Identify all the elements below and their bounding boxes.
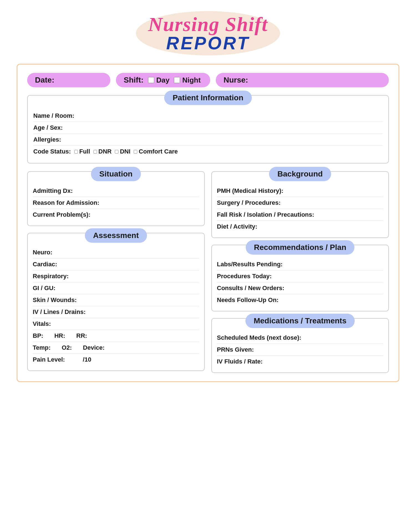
code-status-label: Code Status: (33, 148, 71, 155)
iv-fluids-label: IV Fluids / Rate: (217, 358, 263, 365)
consults-orders-label: Consults / New Orders: (217, 285, 284, 291)
situation-section: Situation Admitting Dx: Reason for Admis… (27, 171, 205, 226)
assessment-section: Assessment Neuro: Cardiac: Respiratory: … (27, 233, 205, 371)
logo-nursing-shift: Nursing Shift (148, 14, 268, 34)
day-label: Day (156, 76, 170, 85)
day-checkbox[interactable] (148, 77, 154, 83)
o2-label: O2: (62, 344, 72, 351)
skin-wounds-label: Skin / Wounds: (33, 296, 77, 303)
full-checkbox-group[interactable]: Full (74, 148, 90, 155)
date-pill: Date: (27, 73, 110, 87)
code-status-field: Code Status: Full DNR DNI Comfort Care (33, 146, 383, 157)
procedures-today-field: Procedures Today: (217, 270, 383, 282)
background-section: Background PMH (Medical History): Surger… (211, 171, 389, 238)
logo-oval: Nursing Shift REPORT (136, 11, 280, 55)
vitals-label-field: Vitals: (33, 318, 199, 330)
full-checkbox[interactable] (74, 150, 78, 154)
fall-risk-label: Fall Risk / Isolation / Precautions: (217, 211, 314, 218)
vitals-row-2: Temp: O2: Device: (33, 342, 199, 354)
iv-lines-drains-field: IV / Lines / Drains: (33, 306, 199, 318)
neuro-field: Neuro: (33, 247, 199, 259)
assessment-header-wrap: Assessment (33, 228, 199, 243)
age-sex-field: Age / Sex: (33, 122, 383, 134)
dnr-checkbox[interactable] (93, 150, 97, 154)
pmh-label: PMH (Medical History): (217, 187, 283, 194)
device-label: Device: (83, 344, 105, 351)
night-checkbox-group[interactable]: Night (174, 76, 201, 85)
comfort-care-checkbox[interactable] (134, 150, 137, 154)
diet-activity-field: Diet / Activity: (217, 221, 383, 232)
pain-suffix: /10 (76, 356, 91, 363)
pain-level-field: Pain Level: /10 (33, 354, 199, 365)
two-col-layout: Situation Admitting Dx: Reason for Admis… (27, 171, 389, 373)
skin-wounds-field: Skin / Wounds: (33, 294, 199, 306)
prns-given-field: PRNs Given: (217, 344, 383, 356)
iv-lines-drains-label: IV / Lines / Drains: (33, 308, 86, 315)
admitting-dx-label: Admitting Dx: (33, 187, 73, 194)
recommendations-section: Recommendations / Plan Labs/Results Pend… (211, 245, 389, 311)
surgery-procedures-field: Surgery / Procedures: (217, 197, 383, 209)
bp-label: BP: (33, 332, 43, 339)
surgery-procedures-label: Surgery / Procedures: (217, 199, 281, 206)
prns-given-label: PRNs Given: (217, 346, 254, 353)
pain-level-label: Pain Level: (33, 356, 65, 363)
labs-results-label: Labs/Results Pending: (217, 261, 283, 268)
gi-gu-field: GI / GU: (33, 282, 199, 294)
right-col: Background PMH (Medical History): Surger… (211, 171, 389, 373)
background-header-wrap: Background (217, 167, 383, 181)
dni-checkbox[interactable] (115, 150, 118, 154)
allergies-field: Allergies: (33, 134, 383, 146)
logo-report: REPORT (166, 34, 250, 52)
shift-label: Shift: (124, 76, 144, 85)
medications-header-wrap: Medications / Treatments (217, 314, 383, 328)
patient-info-header-wrap: Patient Information (33, 91, 383, 105)
rr-label: RR: (76, 332, 87, 339)
assessment-title: Assessment (85, 228, 147, 243)
nurse-input[interactable] (251, 76, 381, 85)
cardiac-label: Cardiac: (33, 261, 57, 268)
medications-title: Medications / Treatments (245, 314, 355, 328)
reason-admission-field: Reason for Admission: (33, 197, 199, 209)
night-checkbox[interactable] (174, 77, 180, 83)
diet-activity-label: Diet / Activity: (217, 223, 257, 230)
dni-checkbox-group[interactable]: DNI (115, 148, 130, 155)
date-input[interactable] (57, 76, 102, 85)
age-sex-label: Age / Sex: (33, 124, 63, 131)
scheduled-meds-field: Scheduled Meds (next dose): (217, 332, 383, 344)
cardiac-field: Cardiac: (33, 259, 199, 270)
gi-gu-label: GI / GU: (33, 285, 55, 291)
hr-label: HR: (54, 332, 65, 339)
iv-fluids-field: IV Fluids / Rate: (217, 356, 383, 367)
reason-admission-label: Reason for Admission: (33, 199, 99, 206)
admitting-dx-field: Admitting Dx: (33, 185, 199, 197)
name-room-field: Name / Room: (33, 110, 383, 122)
needs-followup-label: Needs Follow-Up On: (217, 296, 278, 303)
nurse-label: Nurse: (224, 76, 248, 85)
situation-header-wrap: Situation (33, 167, 199, 181)
day-checkbox-group[interactable]: Day (148, 76, 170, 85)
shift-pill: Shift: Day Night (116, 73, 210, 87)
current-problems-field: Current Problem(s): (33, 209, 199, 221)
pmh-field: PMH (Medical History): (217, 185, 383, 197)
needs-followup-field: Needs Follow-Up On: (217, 294, 383, 306)
vitals-label: Vitals: (33, 320, 51, 327)
night-label: Night (182, 76, 201, 85)
patient-info-section: Patient Information Name / Room: Age / S… (27, 95, 389, 163)
name-room-label: Name / Room: (33, 112, 74, 119)
form-container: Date: Shift: Day Night Nurse: Patient In… (17, 64, 399, 382)
left-col: Situation Admitting Dx: Reason for Admis… (27, 171, 205, 373)
temp-label: Temp: (33, 344, 50, 351)
top-row: Date: Shift: Day Night Nurse: (27, 73, 389, 87)
recommendations-header-wrap: Recommendations / Plan (217, 240, 383, 255)
vitals-row-1: BP: HR: RR: (33, 330, 199, 342)
nurse-pill: Nurse: (216, 73, 389, 87)
allergies-label: Allergies: (33, 136, 61, 143)
procedures-today-label: Procedures Today: (217, 273, 272, 280)
dnr-checkbox-group[interactable]: DNR (93, 148, 112, 155)
respiratory-field: Respiratory: (33, 270, 199, 282)
date-label: Date: (35, 76, 54, 85)
fall-risk-field: Fall Risk / Isolation / Precautions: (217, 209, 383, 221)
medications-section: Medications / Treatments Scheduled Meds … (211, 318, 389, 373)
logo-area: Nursing Shift REPORT (136, 11, 280, 55)
comfort-care-checkbox-group[interactable]: Comfort Care (134, 148, 178, 155)
